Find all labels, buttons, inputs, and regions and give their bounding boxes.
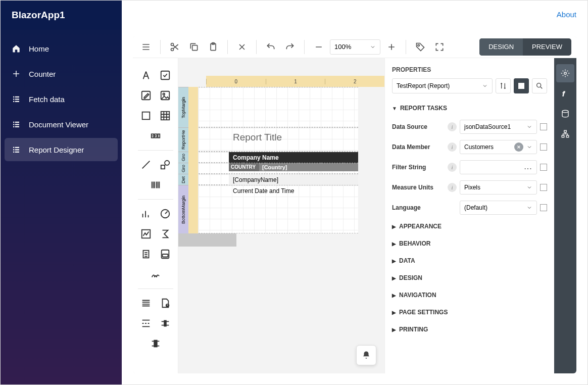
charcomb-tool[interactable] — [150, 130, 162, 142]
data-tab[interactable] — [556, 105, 574, 123]
toc-tool[interactable] — [140, 297, 152, 309]
delete-button[interactable] — [234, 39, 250, 55]
section-reportheader[interactable]: ReportHe — [178, 127, 188, 152]
reset-button[interactable] — [540, 204, 547, 211]
svg-point-29 — [537, 83, 541, 87]
svg-point-22 — [165, 304, 169, 307]
sidebar-item-reportdesigner[interactable]: Report Designer — [5, 138, 118, 161]
sidebar-item-home[interactable]: Home — [5, 37, 118, 60]
group-header-field[interactable]: [Country] — [259, 163, 358, 171]
category-view-button[interactable] — [514, 78, 529, 93]
picture-tool[interactable] — [159, 89, 171, 102]
section-groupheader1[interactable]: Gro — [178, 152, 188, 163]
explorer-tab[interactable] — [556, 125, 574, 143]
sidebar-item-docviewer[interactable]: Document Viewer — [5, 113, 118, 136]
notifications-button[interactable] — [356, 345, 376, 365]
signature-tool[interactable] — [150, 268, 162, 280]
category-report-tasks[interactable]: ▼REPORT TASKS — [392, 100, 547, 117]
reset-button[interactable] — [540, 184, 547, 191]
reset-button[interactable] — [540, 123, 547, 130]
info-icon[interactable]: i — [448, 122, 457, 131]
spark-icon — [140, 228, 152, 239]
label-tool[interactable] — [140, 69, 152, 81]
redo-button[interactable] — [282, 39, 298, 55]
gauge-tool[interactable] — [159, 208, 171, 220]
barcode-tool[interactable] — [150, 179, 162, 191]
data-member-select[interactable]: Customers — [460, 140, 537, 154]
sort-button[interactable] — [496, 78, 511, 93]
section-groupheader2[interactable]: Gro — [178, 163, 188, 174]
field-data-member: Data Member i Customers — [392, 137, 547, 157]
category-navigation[interactable]: ▶NAVIGATION — [392, 286, 547, 304]
edit-icon — [140, 90, 152, 101]
pageinfo-tool[interactable] — [159, 297, 171, 309]
category-appearance[interactable]: ▶APPEARANCE — [392, 218, 547, 235]
report-page[interactable]: Report Title Company Name COUNTRY[Countr… — [199, 87, 358, 233]
data-source-select[interactable]: jsonDataSource1 — [460, 120, 537, 134]
home-icon — [12, 44, 21, 53]
preview-mode-button[interactable]: PREVIEW — [523, 38, 571, 56]
line-tool[interactable] — [140, 159, 152, 171]
column-header[interactable]: Company Name — [229, 152, 358, 163]
sidebar-item-counter[interactable]: Counter — [5, 62, 118, 85]
table-tool[interactable] — [159, 110, 171, 122]
clear-icon[interactable] — [514, 142, 523, 152]
menu-button[interactable] — [138, 39, 154, 55]
category-page-settings[interactable]: ▶PAGE SETTINGS — [392, 304, 547, 321]
checkbox-tool[interactable] — [159, 69, 171, 81]
object-selector[interactable]: TestReport (Report) — [392, 78, 493, 93]
page-end-strip — [178, 233, 236, 247]
scripts-button[interactable] — [412, 39, 428, 55]
richtext-tool[interactable] — [140, 89, 152, 102]
ellipsis-icon[interactable]: ... — [524, 164, 532, 171]
category-behavior[interactable]: ▶BEHAVIOR — [392, 235, 547, 252]
info-icon[interactable]: i — [448, 183, 457, 192]
pivot-tool[interactable] — [159, 228, 171, 240]
group-header-label[interactable]: COUNTRY — [229, 163, 259, 171]
field-filter-string: Filter String i ... — [392, 157, 547, 177]
reset-button[interactable] — [540, 164, 547, 171]
info-icon[interactable]: i — [448, 142, 457, 152]
page-footer-field[interactable]: Current Date and Time — [229, 185, 358, 197]
design-surface[interactable]: 0 1 2 TopMargin ReportHe Gro Gro Det Bot… — [178, 58, 384, 373]
section-topmargin[interactable]: TopMargin — [178, 87, 188, 127]
sidebar-item-fetch[interactable]: Fetch data — [5, 87, 118, 111]
sigma-icon — [160, 228, 171, 239]
pdfcontent-tool[interactable] — [159, 248, 171, 260]
zoom-select[interactable]: 100% — [330, 39, 380, 55]
zoom-in-button[interactable] — [383, 39, 400, 55]
report-title-label[interactable]: Report Title — [199, 128, 358, 146]
properties-tab[interactable] — [556, 64, 574, 82]
undo-button[interactable] — [263, 39, 279, 55]
about-link[interactable]: About — [557, 10, 576, 19]
panel-tool[interactable] — [140, 110, 152, 122]
language-select[interactable]: (Default) — [460, 201, 537, 215]
cut-button[interactable] — [167, 39, 183, 55]
category-design[interactable]: ▶DESIGN — [392, 269, 547, 286]
fullscreen-button[interactable] — [431, 39, 448, 55]
sparkline-tool[interactable] — [140, 228, 152, 240]
category-printing[interactable]: ▶PRINTING — [392, 321, 547, 338]
section-detail[interactable]: Det — [178, 174, 188, 185]
reset-button[interactable] — [540, 143, 547, 151]
info-icon[interactable]: i — [448, 163, 457, 172]
design-mode-button[interactable]: DESIGN — [479, 38, 523, 56]
crosstab-tool[interactable] — [150, 338, 162, 350]
shape-tool[interactable] — [159, 159, 171, 171]
field-data-source: Data Source i jsonDataSource1 — [392, 117, 547, 137]
measure-units-select[interactable]: Pixels — [460, 180, 537, 195]
section-bottommargin[interactable]: BottomMargin — [178, 185, 188, 233]
pagebreak-tool[interactable] — [140, 317, 152, 329]
detail-field[interactable]: [CompanyName] — [229, 174, 358, 185]
subreport-tool[interactable] — [140, 248, 152, 260]
copy-button[interactable] — [186, 39, 202, 55]
zoom-out-button[interactable] — [311, 39, 327, 55]
list-icon — [12, 145, 21, 154]
expressions-tab[interactable]: f — [556, 84, 574, 103]
paste-button[interactable] — [205, 39, 221, 55]
filter-string-input[interactable]: ... — [460, 160, 537, 174]
crossband-tool[interactable] — [159, 317, 171, 329]
search-button[interactable] — [532, 78, 547, 93]
chart-tool[interactable] — [140, 208, 152, 220]
category-data[interactable]: ▶DATA — [392, 252, 547, 269]
